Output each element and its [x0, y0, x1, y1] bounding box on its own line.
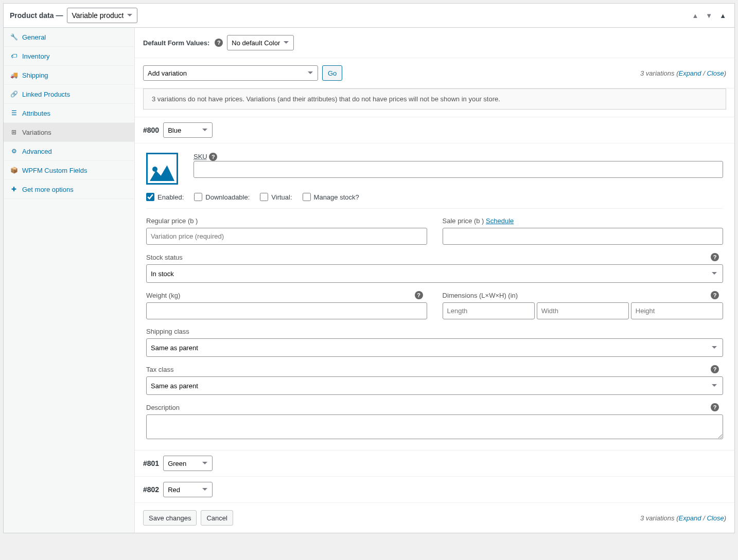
description-input[interactable]: [146, 414, 723, 439]
panel-move-down-icon[interactable]: ▼: [704, 11, 714, 21]
help-icon[interactable]: ?: [711, 365, 719, 373]
downloadable-checkbox[interactable]: Downloadable:: [194, 193, 250, 201]
height-input[interactable]: [631, 302, 723, 319]
gear-icon: ⚙: [10, 147, 18, 155]
plus-icon: ✚: [10, 185, 18, 193]
variation-row-header[interactable]: #800 Blue: [135, 117, 734, 143]
help-icon[interactable]: ?: [415, 291, 423, 299]
box-icon: 📦: [10, 166, 18, 174]
length-input[interactable]: [443, 302, 535, 319]
default-form-values-label: Default Form Values:: [143, 39, 209, 47]
panel-title: Product data —: [10, 11, 63, 20]
tab-wpfm-custom[interactable]: 📦WPFM Custom Fields: [4, 161, 134, 179]
enabled-checkbox[interactable]: Enabled:: [146, 193, 184, 201]
help-icon[interactable]: ?: [711, 253, 719, 261]
save-changes-button[interactable]: Save changes: [143, 510, 197, 526]
regular-price-label: Regular price (b ): [146, 217, 198, 225]
panel-collapse-icon[interactable]: ▲: [717, 11, 728, 21]
width-input[interactable]: [537, 302, 629, 319]
truck-icon: 🚚: [10, 71, 18, 79]
product-type-select[interactable]: Variable product: [67, 8, 137, 23]
grid-icon: ⊞: [10, 128, 18, 136]
cancel-button[interactable]: Cancel: [201, 510, 233, 526]
default-color-select[interactable]: No default Color…: [227, 35, 294, 50]
panel-move-up-icon[interactable]: ▲: [690, 11, 700, 21]
close-link[interactable]: Close: [707, 69, 724, 77]
tab-variations[interactable]: ⊞Variations: [4, 123, 134, 141]
go-button[interactable]: Go: [322, 65, 342, 81]
help-icon[interactable]: ?: [711, 291, 719, 299]
tab-linked-products[interactable]: 🔗Linked Products: [4, 85, 134, 103]
expand-link[interactable]: Expand: [678, 69, 701, 77]
variation-row-header[interactable]: #801 Green: [135, 450, 734, 476]
regular-price-input[interactable]: [146, 228, 427, 245]
price-notice: 3 variations do not have prices. Variati…: [143, 88, 726, 110]
expand-link[interactable]: Expand: [678, 514, 701, 522]
stock-status-label: Stock status: [146, 254, 183, 261]
dimensions-label: Dimensions (L×W×H) (in): [443, 292, 518, 299]
link-icon: 🔗: [10, 90, 18, 98]
tab-more-options[interactable]: ✚Get more options: [4, 180, 134, 198]
schedule-link[interactable]: Schedule: [486, 217, 514, 225]
tab-shipping[interactable]: 🚚Shipping: [4, 66, 134, 84]
variation-image-placeholder[interactable]: [146, 153, 178, 185]
sku-input[interactable]: [194, 161, 723, 178]
sale-price-label: Sale price (b ) Schedule: [443, 217, 514, 225]
weight-input[interactable]: [146, 302, 427, 319]
variation-id: #802: [143, 485, 159, 494]
variation-color-select[interactable]: Green: [163, 456, 213, 471]
variation-id: #801: [143, 459, 159, 467]
tax-class-label: Tax class: [146, 366, 173, 373]
list-icon: ☰: [10, 109, 18, 117]
manage-stock-checkbox[interactable]: Manage stock?: [303, 193, 359, 201]
tab-inventory[interactable]: 🏷Inventory: [4, 47, 134, 65]
weight-label: Weight (kg): [146, 292, 180, 299]
variation-color-select[interactable]: Red: [163, 482, 213, 497]
variation-row-header[interactable]: #802 Red: [135, 476, 734, 502]
wrench-icon: 🔧: [10, 33, 18, 41]
sku-label: SKU: [194, 153, 207, 160]
shipping-class-label: Shipping class: [146, 328, 189, 335]
product-data-tabs: 🔧General 🏷Inventory 🚚Shipping 🔗Linked Pr…: [4, 28, 135, 533]
shipping-class-select[interactable]: Same as parent: [146, 338, 723, 357]
sale-price-input[interactable]: [443, 228, 724, 245]
tab-attributes[interactable]: ☰Attributes: [4, 104, 134, 122]
variations-summary-bottom: 3 variations (Expand / Close): [640, 514, 726, 522]
help-icon[interactable]: ?: [215, 39, 223, 47]
virtual-checkbox[interactable]: Virtual:: [260, 193, 292, 201]
close-link[interactable]: Close: [707, 514, 724, 522]
description-label: Description: [146, 404, 180, 411]
tab-advanced[interactable]: ⚙Advanced: [4, 142, 134, 160]
help-icon[interactable]: ?: [209, 153, 217, 161]
variation-action-select[interactable]: Add variation: [143, 65, 318, 81]
variation-color-select[interactable]: Blue: [163, 122, 213, 138]
tab-general[interactable]: 🔧General: [4, 28, 134, 46]
stock-status-select[interactable]: In stock: [146, 264, 723, 283]
variation-id: #800: [143, 126, 159, 134]
help-icon[interactable]: ?: [711, 403, 719, 411]
tax-class-select[interactable]: Same as parent: [146, 376, 723, 395]
variations-summary: 3 variations (Expand / Close): [640, 69, 726, 77]
tag-icon: 🏷: [10, 52, 18, 60]
